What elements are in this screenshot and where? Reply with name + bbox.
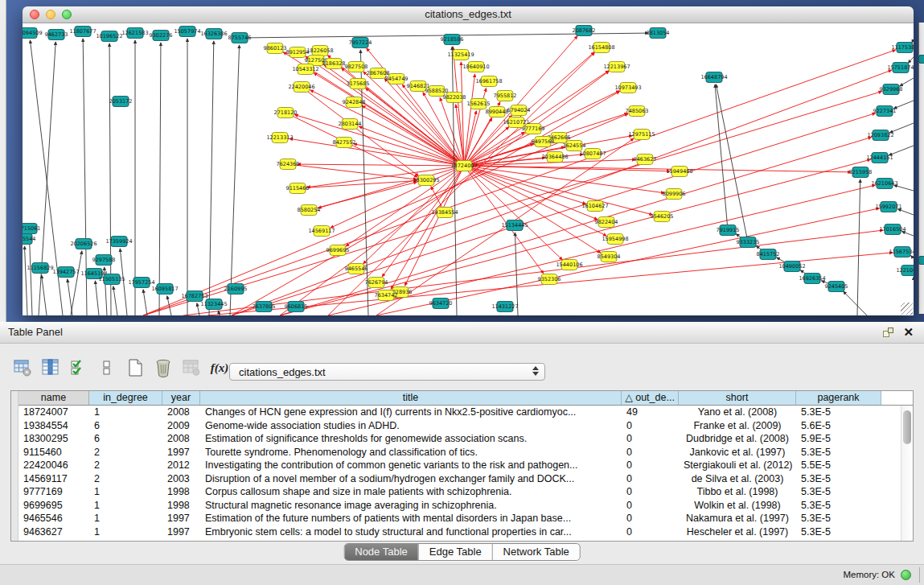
column-header-year[interactable]: year — [162, 391, 200, 405]
network-node[interactable]: 17359924 — [105, 237, 132, 247]
network-node[interactable]: 12210654 — [896, 266, 914, 276]
network-node[interactable]: 9860123 — [264, 43, 287, 54]
network-node[interactable]: 12213967 — [603, 62, 630, 72]
memory-ok-led-icon[interactable] — [901, 570, 911, 580]
network-node[interactable]: 7624360 — [277, 159, 300, 170]
window-titlebar[interactable]: citations_edges.txt — [23, 6, 914, 23]
network-node[interactable]: 2803144 — [339, 119, 362, 130]
network-node[interactable]: 7957224 — [349, 38, 372, 48]
close-icon[interactable]: ✕ — [903, 322, 914, 343]
network-node[interactable]: 15751874 — [887, 63, 914, 73]
network-node[interactable]: 7485063 — [626, 106, 649, 117]
tab-network-table[interactable]: Network Table — [493, 544, 580, 560]
network-node[interactable]: 7637805 — [253, 302, 276, 312]
network-node[interactable]: 8186328 — [322, 59, 346, 69]
delete-trash-icon[interactable] — [152, 357, 175, 378]
network-node[interactable]: 9822404 — [595, 217, 618, 228]
network-node[interactable]: 7955812 — [494, 91, 517, 101]
network-node[interactable]: 15954998 — [602, 234, 628, 245]
network-node[interactable]: 14569117 — [308, 226, 335, 237]
column-header-title[interactable]: title — [200, 391, 622, 405]
network-node[interactable]: 9634720 — [429, 299, 453, 309]
network-node[interactable]: 16326386 — [200, 29, 227, 39]
network-node[interactable]: 17016504 — [879, 225, 906, 235]
network-node[interactable]: 9462733 — [45, 30, 68, 40]
network-node[interactable]: 2718120 — [274, 108, 298, 118]
column-header-in_degree[interactable]: in_degree — [89, 391, 162, 405]
column-header-short[interactable]: short — [679, 391, 796, 405]
table-row[interactable]: 977716911998Corpus callosum shape and si… — [18, 485, 913, 499]
network-node[interactable]: 9245405 — [825, 282, 848, 292]
network-node[interactable]: 12621583 — [121, 28, 148, 39]
network-node[interactable]: 7919915 — [717, 225, 740, 236]
table-row[interactable]: 911546021997Tourette syndrome. Phenomeno… — [18, 446, 913, 459]
network-node[interactable]: 11325419 — [447, 50, 474, 60]
network-node[interactable]: 8580254 — [298, 205, 321, 216]
network-node[interactable]: 3915544 — [23, 234, 35, 245]
minimize-window-icon[interactable] — [46, 10, 55, 19]
network-node[interactable]: 8990448 — [486, 107, 509, 117]
network-node[interactable]: 9115460 — [286, 183, 310, 194]
network-node[interactable]: 12093822 — [867, 130, 893, 141]
column-header-out_de[interactable]: △ out_de... — [622, 391, 679, 405]
network-node[interactable]: 9546205 — [651, 212, 674, 222]
table-row[interactable]: 1830029562008Estimation of significance … — [18, 432, 913, 446]
network-node[interactable]: 15134445 — [501, 220, 528, 231]
network-node[interactable]: 9302276 — [150, 31, 173, 41]
network-node[interactable]: 9297588 — [92, 255, 116, 266]
tab-node-table[interactable]: Node Table — [344, 544, 419, 560]
network-node[interactable]: 2087682 — [573, 26, 596, 36]
network-node[interactable]: 20364486 — [541, 152, 568, 163]
network-node[interactable]: 9463627 — [634, 154, 657, 165]
float-window-icon[interactable] — [883, 328, 893, 338]
network-node[interactable]: 8215958 — [849, 167, 873, 178]
network-node[interactable]: 10543312 — [292, 64, 318, 75]
network-node[interactable]: 18640910 — [462, 62, 489, 72]
table-settings-icon[interactable] — [11, 357, 34, 378]
network-node[interactable]: 18300295 — [413, 175, 439, 186]
network-node[interactable]: 10807487 — [579, 149, 606, 159]
network-node[interactable]: 12444151 — [866, 153, 893, 163]
network-node[interactable]: 11567534 — [889, 247, 914, 257]
network-node[interactable]: 9465546 — [345, 264, 368, 274]
network-node[interactable]: 16210643 — [871, 179, 897, 189]
network-node[interactable]: 8099906 — [663, 189, 686, 200]
column-header-pagerank[interactable]: pagerank — [796, 391, 881, 405]
network-node[interactable]: 16095817 — [151, 284, 178, 295]
zoom-window-icon[interactable] — [62, 10, 72, 19]
function-builder-icon[interactable]: f(x) — [208, 357, 231, 378]
network-node[interactable]: 13942757 — [52, 267, 79, 278]
table-selector-dropdown[interactable]: citations_edges.txt — [229, 363, 545, 381]
network-node[interactable]: 3175685 — [347, 79, 370, 89]
network-node[interactable]: 7626794 — [365, 278, 388, 288]
tab-edge-table[interactable]: Edge Table — [419, 544, 493, 560]
table-row[interactable]: 1872400712008Changes of HCN gene express… — [18, 406, 913, 419]
network-node[interactable]: 8427552 — [333, 138, 356, 148]
network-node[interactable]: 9699695 — [326, 245, 350, 256]
checkbox-list-icon[interactable] — [96, 357, 118, 378]
vertical-scrollbar[interactable] — [901, 406, 913, 541]
network-node[interactable]: 9218586 — [441, 35, 464, 45]
network-node[interactable]: 9333235 — [737, 237, 760, 248]
table-row[interactable]: 946554611997Estimation of the future num… — [18, 512, 913, 525]
table-row[interactable]: 1938455462009Genome-wide association stu… — [18, 419, 913, 433]
table-row[interactable]: 969969511998Structural magnetic resonanc… — [18, 499, 913, 513]
scrollbar-thumb[interactable] — [903, 410, 911, 444]
network-node[interactable]: 6497568 — [532, 137, 555, 147]
network-node[interactable]: 1562615 — [467, 99, 491, 109]
network-node[interactable]: 16782753 — [181, 291, 207, 302]
network-node[interactable]: 11505135 — [98, 274, 125, 285]
network-node[interactable]: 11323445 — [200, 299, 227, 310]
network-node[interactable]: 15057974 — [174, 27, 200, 37]
column-header-name[interactable]: name — [18, 391, 89, 405]
network-node[interactable]: 15440106 — [556, 260, 582, 270]
network-node[interactable]: 9352306 — [538, 274, 561, 285]
network-node[interactable]: 9329968 — [880, 84, 903, 95]
table-column-visibility-icon[interactable] — [39, 357, 62, 378]
network-node[interactable]: 15992071 — [875, 202, 901, 212]
table-row[interactable]: 946362711997Embryonic stem cells: a mode… — [18, 525, 913, 539]
network-node[interactable]: 6794024 — [507, 105, 531, 116]
network-node[interactable]: 10490052 — [778, 262, 805, 272]
network-node[interactable]: 9822038 — [443, 93, 466, 103]
network-node[interactable]: 10196522 — [96, 31, 122, 42]
